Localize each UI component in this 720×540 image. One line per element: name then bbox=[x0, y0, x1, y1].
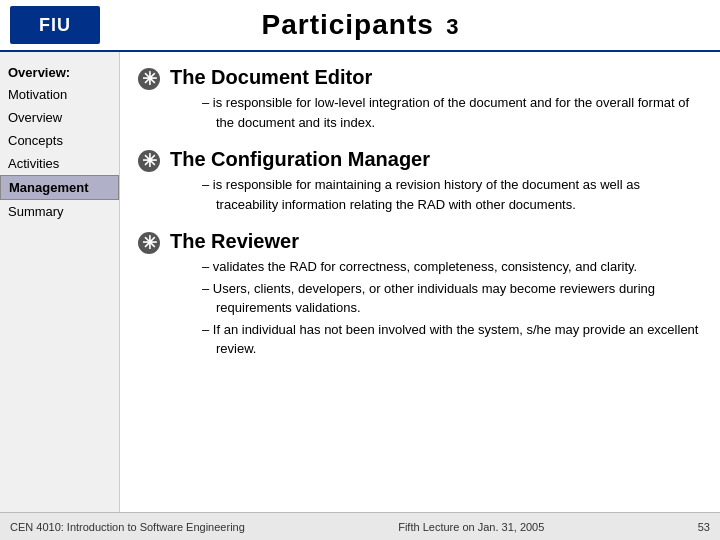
bullet-row-3: ✳ The Reviewer validates the RAD for cor… bbox=[138, 230, 702, 361]
section2-bullets: is responsible for maintaining a revisio… bbox=[202, 175, 702, 214]
section2-content: The Configuration Manager is responsible… bbox=[170, 148, 702, 216]
bullet-row-1: ✳ The Document Editor is responsible for… bbox=[138, 66, 702, 134]
section-document-editor: ✳ The Document Editor is responsible for… bbox=[138, 66, 702, 134]
logo-text: FIU bbox=[39, 15, 71, 36]
section-reviewer: ✳ The Reviewer validates the RAD for cor… bbox=[138, 230, 702, 361]
bullet-row-2: ✳ The Configuration Manager is responsib… bbox=[138, 148, 702, 216]
bullet-star-1: ✳ bbox=[138, 68, 160, 90]
section1-content: The Document Editor is responsible for l… bbox=[170, 66, 702, 134]
section3-bullets: validates the RAD for correctness, compl… bbox=[202, 257, 702, 359]
section1-bullet-1: is responsible for low-level integration… bbox=[202, 93, 702, 132]
footer-course: CEN 4010: Introduction to Software Engin… bbox=[10, 521, 245, 533]
section1-bullets: is responsible for low-level integration… bbox=[202, 93, 702, 132]
section-config-manager: ✳ The Configuration Manager is responsib… bbox=[138, 148, 702, 216]
content-area: ✳ The Document Editor is responsible for… bbox=[120, 52, 720, 540]
main-layout: Overview: Motivation Overview Concepts A… bbox=[0, 52, 720, 540]
section3-bullet-1: validates the RAD for correctness, compl… bbox=[202, 257, 702, 277]
sidebar-item-overview[interactable]: Overview bbox=[0, 106, 119, 129]
logo: FIU bbox=[10, 6, 100, 44]
section3-bullet-2: Users, clients, developers, or other ind… bbox=[202, 279, 702, 318]
sidebar: Overview: Motivation Overview Concepts A… bbox=[0, 52, 120, 540]
sidebar-overview-label: Overview: bbox=[0, 60, 119, 83]
footer-page: 53 bbox=[698, 521, 710, 533]
logo-area: FIU bbox=[10, 6, 100, 44]
section2-heading: The Configuration Manager bbox=[170, 148, 702, 171]
section2-bullet-1: is responsible for maintaining a revisio… bbox=[202, 175, 702, 214]
footer-date: Fifth Lecture on Jan. 31, 2005 bbox=[398, 521, 544, 533]
footer: CEN 4010: Introduction to Software Engin… bbox=[0, 512, 720, 540]
bullet-star-3: ✳ bbox=[138, 232, 160, 254]
sidebar-item-activities[interactable]: Activities bbox=[0, 152, 119, 175]
sidebar-item-management[interactable]: Management bbox=[0, 175, 119, 200]
header-title-area: Participants 3 bbox=[262, 9, 459, 41]
section1-heading: The Document Editor bbox=[170, 66, 702, 89]
sidebar-item-summary[interactable]: Summary bbox=[0, 200, 119, 223]
slide-title: Participants bbox=[262, 9, 434, 40]
section3-bullet-3: If an individual has not been involved w… bbox=[202, 320, 702, 359]
sidebar-item-concepts[interactable]: Concepts bbox=[0, 129, 119, 152]
section3-heading: The Reviewer bbox=[170, 230, 702, 253]
slide-number: 3 bbox=[446, 14, 458, 39]
section3-content: The Reviewer validates the RAD for corre… bbox=[170, 230, 702, 361]
sidebar-item-motivation[interactable]: Motivation bbox=[0, 83, 119, 106]
header: FIU Participants 3 bbox=[0, 0, 720, 52]
bullet-star-2: ✳ bbox=[138, 150, 160, 172]
